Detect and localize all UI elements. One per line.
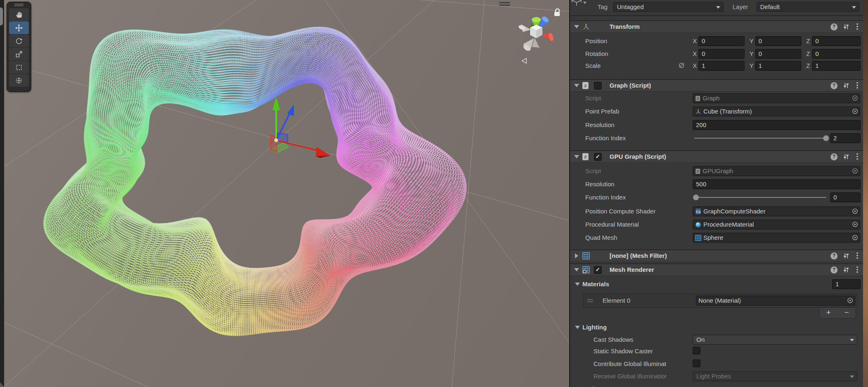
probes-foldout-row[interactable]: Probes <box>570 384 863 387</box>
help-icon[interactable]: ? <box>831 266 838 273</box>
compute-shader-object-field[interactable]: Cs GraphComputeShader <box>693 206 860 216</box>
unity-editor: Tag Untagged Layer Default Transform ? <box>0 0 868 387</box>
hand-tool-button[interactable] <box>9 8 29 21</box>
position-x-field[interactable]: 0 <box>698 36 745 46</box>
transform-tool-button[interactable] <box>9 74 29 87</box>
lighting-foldout-row[interactable]: Lighting <box>570 322 863 333</box>
gpu-graph-script-header[interactable]: # ✓ GPU Graph (Script) ? <box>570 151 863 163</box>
object-picker-icon[interactable] <box>852 234 858 241</box>
scale-z-field[interactable]: 1 <box>812 61 861 71</box>
mesh-object-field[interactable]: Sphere <box>693 233 860 243</box>
layer-dropdown[interactable]: Default <box>756 2 859 12</box>
presets-icon[interactable] <box>842 82 850 89</box>
remove-element-button[interactable]: − <box>838 308 856 318</box>
enabled-checkbox[interactable]: ✓ <box>594 153 602 161</box>
contribute-gi-checkbox[interactable] <box>693 359 700 367</box>
transform-header[interactable]: Transform ? <box>570 21 863 33</box>
object-picker-icon[interactable] <box>852 168 858 174</box>
enabled-checkbox[interactable] <box>594 82 602 90</box>
rotation-x-field[interactable]: 0 <box>698 49 745 59</box>
mesh-filter-header[interactable]: [none] (Mesh Filter) ? <box>570 250 863 262</box>
foldout-icon[interactable] <box>575 283 580 286</box>
position-z-field[interactable]: 0 <box>812 36 861 46</box>
help-icon[interactable]: ? <box>831 23 838 30</box>
rotation-z-field[interactable]: 0 <box>812 49 861 59</box>
foldout-icon[interactable] <box>575 253 578 258</box>
function-index-slider[interactable] <box>694 138 826 139</box>
object-picker-icon[interactable] <box>852 108 858 114</box>
procedural-material-row: Procedural Material ProcedureMaterial <box>570 219 863 230</box>
toolbar-drag-handle[interactable] <box>7 2 31 8</box>
lock-icon[interactable] <box>556 9 559 12</box>
link-broken-icon[interactable] <box>678 62 685 69</box>
rotation-y-field[interactable]: 0 <box>755 49 801 59</box>
add-element-button[interactable]: + <box>819 308 838 318</box>
mesh-renderer-header[interactable]: ✓ Mesh Renderer ? <box>570 264 863 276</box>
resolution-field[interactable]: 200 <box>693 120 861 130</box>
slider-handle[interactable] <box>823 135 829 141</box>
panel-divider[interactable] <box>569 0 570 387</box>
scale-y-field[interactable]: 1 <box>755 61 801 71</box>
gizmo-origin[interactable] <box>275 139 278 142</box>
enabled-checkbox[interactable]: ✓ <box>594 266 602 274</box>
foldout-icon[interactable] <box>574 155 579 158</box>
point-prefab-object-field[interactable]: Cube (Transform) <box>693 107 860 116</box>
script-row: Script # GPUGraph <box>570 166 863 176</box>
object-picker-icon[interactable] <box>852 221 858 227</box>
object-value: ProcedureMaterial <box>703 220 754 229</box>
function-index-value-field[interactable]: 2 <box>830 133 861 143</box>
gizmo-cone-x[interactable] <box>316 147 330 156</box>
graph-script-header[interactable]: # Graph (Script) ? <box>570 79 863 92</box>
presets-icon[interactable] <box>842 252 850 260</box>
scene-overlay-handle[interactable] <box>499 2 510 7</box>
foldout-icon[interactable] <box>574 84 579 87</box>
help-icon[interactable]: ? <box>831 82 838 89</box>
rect-tool-button[interactable] <box>9 61 29 74</box>
slider-handle[interactable] <box>693 195 699 200</box>
tag-dropdown[interactable]: Untagged <box>613 2 724 12</box>
gizmo-cone-z[interactable] <box>287 104 294 116</box>
element-object-field[interactable]: None (Material) <box>696 296 855 306</box>
kebab-menu-icon[interactable] <box>856 266 858 273</box>
orientation-gizmo[interactable] <box>510 0 569 70</box>
help-icon[interactable]: ? <box>831 253 838 260</box>
foldout-icon[interactable] <box>575 326 580 329</box>
help-icon[interactable]: ? <box>831 153 838 160</box>
scale-tool-button[interactable] <box>9 48 29 60</box>
cast-shadows-dropdown[interactable]: On <box>693 335 857 345</box>
persp-arrow-icon[interactable] <box>522 58 526 63</box>
materials-count-field[interactable]: 1 <box>832 279 861 289</box>
kebab-menu-icon[interactable] <box>856 253 858 260</box>
kebab-menu-icon[interactable] <box>856 82 858 89</box>
foldout-icon[interactable] <box>574 268 579 271</box>
receive-gi-dropdown[interactable]: Light Probes <box>693 371 857 381</box>
function-index-value-field[interactable]: 0 <box>830 192 861 202</box>
rotate-tool-button[interactable] <box>9 35 29 47</box>
rect-icon <box>15 63 23 72</box>
move-tool-button[interactable] <box>9 21 29 34</box>
gizmo-cone-y[interactable] <box>272 97 280 110</box>
object-picker-icon[interactable] <box>852 95 858 101</box>
script-component-icon: # <box>582 81 589 90</box>
left-edge-tab[interactable] <box>0 7 3 25</box>
scene-view[interactable] <box>0 0 569 387</box>
foldout-icon[interactable] <box>574 25 579 28</box>
position-y-field[interactable]: 0 <box>755 36 801 46</box>
kebab-menu-icon[interactable] <box>856 153 858 160</box>
static-shadow-caster-checkbox[interactable] <box>693 347 700 355</box>
presets-icon[interactable] <box>842 266 850 273</box>
script-object-field[interactable]: # GPUGraph <box>693 166 860 176</box>
object-picker-icon[interactable] <box>852 208 858 214</box>
object-picker-icon[interactable] <box>847 297 853 304</box>
resolution-field[interactable]: 500 <box>693 179 861 189</box>
scale-x-field[interactable]: 1 <box>698 61 745 71</box>
materials-row[interactable]: Materials 1 <box>570 279 863 290</box>
material-object-field[interactable]: ProcedureMaterial <box>693 220 860 229</box>
presets-icon[interactable] <box>842 23 850 30</box>
script-object-field[interactable]: # Graph <box>693 93 860 103</box>
function-index-slider[interactable] <box>694 197 826 198</box>
move-gizmo[interactable] <box>0 0 569 387</box>
presets-icon[interactable] <box>842 153 850 160</box>
kebab-menu-icon[interactable] <box>856 23 858 30</box>
drag-handle-icon[interactable] <box>587 299 593 303</box>
